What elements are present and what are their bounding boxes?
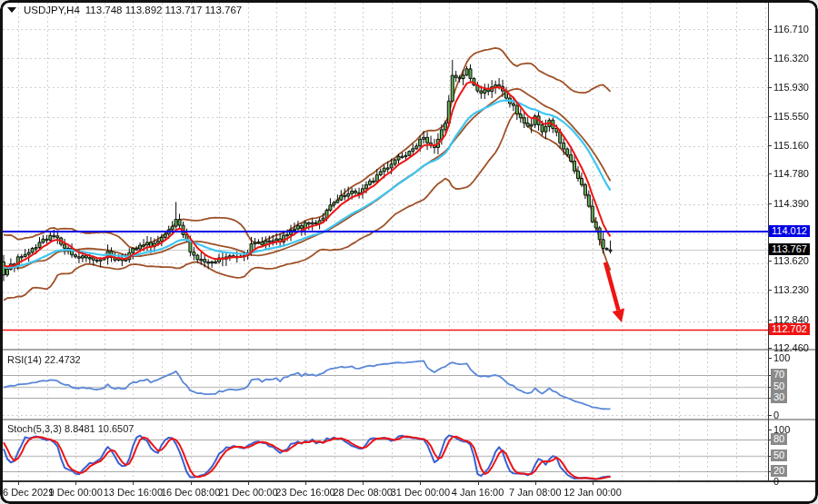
rsi-indicator-name: RSI(14) xyxy=(7,354,42,365)
stoch-panel-label: Stoch(5,3,3) 8.8481 10.6507 xyxy=(7,423,134,434)
stoch-indicator-value: 8.8481 10.6507 xyxy=(65,423,134,434)
chart-symbol-label: USDJPY,H4 xyxy=(24,5,80,15)
chart-window: USDJPY,H4 113.748 113.892 113.717 113.76… xyxy=(0,0,818,504)
rsi-indicator-value: 22.4732 xyxy=(45,354,81,365)
stoch-indicator-name: Stoch(5,3,3) xyxy=(7,423,62,434)
symbol-dropdown-icon[interactable] xyxy=(7,7,16,13)
chart-ohlc-values: 113.748 113.892 113.717 113.767 xyxy=(85,5,242,15)
rsi-panel-label: RSI(14) 22.4732 xyxy=(7,354,81,365)
chart-title-bar: USDJPY,H4 113.748 113.892 113.717 113.76… xyxy=(7,5,242,15)
